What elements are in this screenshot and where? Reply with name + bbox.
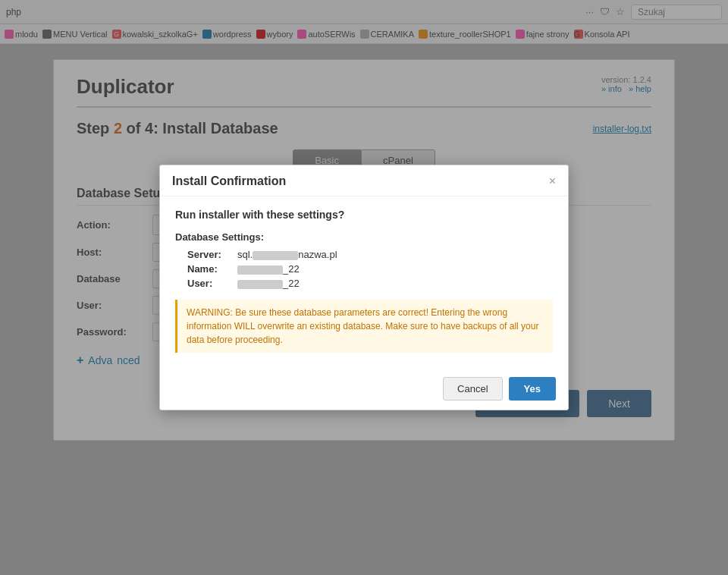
cancel-button[interactable]: Cancel — [443, 377, 502, 401]
yes-button[interactable]: Yes — [509, 377, 556, 401]
modal-close-button[interactable]: × — [549, 175, 556, 187]
name-key-label: Name: — [187, 263, 233, 275]
modal-body: Run installer with these settings? Datab… — [160, 196, 568, 368]
user-redacted — [237, 280, 283, 289]
user-db-value: _22 — [237, 278, 300, 289]
server-value: sql.nazwa.pl — [237, 249, 337, 260]
modal-title: Install Confirmation — [172, 174, 286, 188]
server-redacted — [253, 251, 298, 260]
name-row: Name: _22 — [187, 263, 553, 275]
modal-warning: WARNING: Be sure these database paramete… — [175, 300, 553, 353]
server-key-label: Server: — [187, 249, 233, 260]
install-confirmation-modal: Install Confirmation × Run installer wit… — [159, 165, 569, 410]
modal-overlay: Install Confirmation × Run installer wit… — [0, 0, 728, 575]
name-redacted — [237, 266, 283, 275]
user-key-label: User: — [187, 278, 233, 289]
modal-header: Install Confirmation × — [160, 165, 568, 196]
server-row: Server: sql.nazwa.pl — [187, 249, 553, 260]
user-db-row: User: _22 — [187, 278, 553, 289]
modal-question: Run installer with these settings? — [175, 209, 553, 221]
name-value: _22 — [237, 263, 300, 275]
db-settings-table: Server: sql.nazwa.pl Name: _22 User: _22 — [175, 249, 553, 289]
db-settings-label: Database Settings: — [175, 231, 553, 243]
modal-footer: Cancel Yes — [160, 368, 568, 410]
